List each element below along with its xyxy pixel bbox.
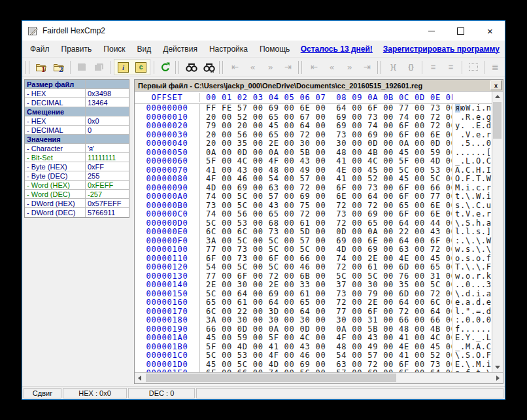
- hex-row-ascii[interactable]: O.F.T.W.: [452, 175, 492, 184]
- hex-row-ascii[interactable]: яюW.i.n.: [452, 104, 492, 113]
- hex-row-bytes[interactable]: 20 00 52 00 65 00 67 00 69 00 73 00 74 0…: [200, 113, 452, 122]
- hex-row-bytes[interactable]: 79 00 20 00 45 00 64 00 69 00 74 00 6F 0…: [200, 122, 452, 131]
- hex-row-ascii[interactable]: o.s.o.f.: [452, 254, 492, 264]
- scroll-left-button[interactable]: [135, 373, 144, 383]
- next-difference-icon: »: [268, 63, 273, 71]
- vertical-scroll-thumb[interactable]: [493, 102, 502, 139]
- hex-row-bytes[interactable]: 5C 00 64 00 69 00 61 00 73 00 79 00 6D 0…: [200, 290, 452, 299]
- hex-row-ascii[interactable]: M.i.c.r.: [452, 184, 492, 193]
- hex-row-bytes[interactable]: 4F 00 46 00 54 00 57 00 41 00 52 00 45 0…: [200, 175, 452, 184]
- hex-row-bytes[interactable]: 74 00 5C 00 57 00 69 00 6E 00 64 00 6F 0…: [200, 192, 452, 201]
- hex-row-bytes[interactable]: 4D 00 69 00 63 00 72 00 6F 00 73 00 6F 0…: [200, 184, 452, 193]
- hex-row-ascii[interactable]: \.d.i.a.: [452, 290, 492, 299]
- hex-row-ascii[interactable]: t.V.e.r.: [452, 210, 492, 219]
- menu-item-6[interactable]: Настройка: [203, 42, 254, 56]
- hex-row-ascii[interactable]: E.\.M.i.: [452, 360, 492, 370]
- hex-row-ascii[interactable]: w.o.r.k.: [452, 272, 492, 281]
- info-label: - Byte (HEX): [25, 162, 86, 171]
- open-file-2-button[interactable]: 2: [51, 60, 67, 75]
- maximize-button[interactable]: [446, 21, 475, 41]
- hex-row-bytes[interactable]: 3A 00 5C 00 5C 00 57 00 69 00 6E 00 64 0…: [200, 237, 452, 246]
- hex-row-bytes[interactable]: 5F 00 4C 00 4F 00 43 00 41 00 4C 00 5F 0…: [200, 157, 452, 166]
- hex-row-bytes[interactable]: 6F 00 73 00 6F 00 66 00 74 00 2E 00 4E 0…: [200, 254, 452, 264]
- hex-row-bytes[interactable]: 5F 00 4D 00 41 00 43 00 48 00 49 00 4E 0…: [200, 343, 452, 352]
- hex-row: 0000016065 00 61 00 64 00 65 00 72 00 2E…: [135, 298, 492, 307]
- hex-row-bytes[interactable]: 6C 00 22 00 3D 00 64 00 77 00 6F 00 72 0…: [200, 307, 452, 317]
- hex-row-bytes[interactable]: 20 00 35 00 2E 00 30 00 30 00 0D 00 0A 0…: [200, 139, 452, 149]
- hex-row: 000001803A 00 30 00 30 00 30 00 30 00 31…: [135, 316, 492, 325]
- hex-row: 000000D05C 00 53 00 68 00 61 00 72 00 65…: [135, 219, 492, 228]
- close-button[interactable]: ×: [475, 21, 505, 41]
- hex-row-ascii[interactable]: f.......: [452, 325, 492, 334]
- hex-row-ascii[interactable]: .R.e.g.: [452, 113, 492, 122]
- find-button[interactable]: [183, 60, 199, 75]
- hex-row-bytes[interactable]: 77 00 6F 00 72 00 6B 00 5C 00 5C 00 76 0…: [200, 272, 452, 281]
- hex-row-bytes[interactable]: 3A 00 30 00 30 00 30 00 30 00 31 00 66 0…: [200, 316, 452, 325]
- hex-row-bytes[interactable]: 45 00 5C 00 4D 00 69 00 63 00 72 00 6F 0…: [200, 360, 452, 370]
- hex-row-ascii[interactable]: s.\.C.u.: [452, 201, 492, 211]
- menu-item-4[interactable]: Вид: [131, 42, 158, 56]
- scroll-down-button[interactable]: [492, 362, 502, 372]
- vertical-scrollbar[interactable]: [492, 92, 503, 372]
- hex-row-bytes[interactable]: 2E 00 30 00 2E 00 33 00 37 00 30 00 35 0…: [200, 281, 452, 290]
- hex-row-ascii[interactable]: \.S.h.a.: [452, 219, 492, 228]
- scroll-up-button[interactable]: [492, 92, 502, 101]
- hex-row-bytes[interactable]: 6C 00 6C 00 73 00 5D 00 0D 00 0A 00 22 0…: [200, 228, 452, 237]
- hex-row-bytes[interactable]: 5C 00 53 00 68 00 61 00 72 00 65 00 64 0…: [200, 219, 452, 228]
- hex-row-bytes[interactable]: 54 00 5C 00 5C 00 46 00 72 00 61 00 6D 0…: [200, 263, 452, 272]
- hex-row-bytes[interactable]: 74 00 56 00 65 00 72 00 73 00 69 00 6F 0…: [200, 210, 452, 219]
- hex-row-bytes[interactable]: 20 00 56 00 65 00 72 00 73 00 69 00 6F 0…: [200, 131, 452, 140]
- sidebar-data-row: - DECIMAL0: [25, 126, 129, 135]
- hex-row-ascii[interactable]: .5...0.: [452, 139, 492, 149]
- hex-row: 000001D045 00 5C 00 4D 00 69 00 63 00 72…: [135, 360, 492, 370]
- hex-row-ascii[interactable]: y. .E.d.: [452, 122, 492, 131]
- info-label: - Bit-Set: [25, 153, 86, 162]
- hex-row-bytes[interactable]: 77 00 73 00 5C 00 5C 00 4D 00 69 00 63 0…: [200, 245, 452, 254]
- hex-row-ascii[interactable]: ......[.: [452, 149, 492, 158]
- info-label: - Byte (DEC): [25, 171, 86, 180]
- hex-row-ascii[interactable]: T.\.\.F.: [452, 263, 492, 272]
- hex-row-ascii[interactable]: t.\.W.i.: [452, 192, 492, 201]
- hex-row-bytes[interactable]: 65 00 61 00 64 00 65 00 72 00 2E 00 64 0…: [200, 298, 452, 307]
- hex-row-ascii[interactable]: ..0...3.: [452, 281, 492, 290]
- open-file-1-button[interactable]: 1: [33, 60, 50, 75]
- hex-row-ascii[interactable]: A.C.H.I.: [452, 166, 492, 175]
- scroll-right-button[interactable]: [493, 373, 503, 383]
- toolbar-grip: [175, 61, 179, 74]
- hex-row-bytes[interactable]: 5C 00 53 00 4F 00 46 00 54 00 57 00 41 0…: [200, 351, 452, 360]
- hex-row-ascii[interactable]: :.0.0.0.: [452, 316, 492, 325]
- menu-item-5[interactable]: Действия: [157, 42, 203, 56]
- refresh-button[interactable]: [157, 60, 173, 75]
- hex-row-ascii[interactable]: l.l.s.].: [452, 228, 492, 237]
- hex-row-ascii[interactable]: _.M.A.C.: [452, 343, 492, 352]
- hex-row-ascii[interactable]: :.\.\.W.: [452, 237, 492, 246]
- hex-row-ascii[interactable]: .V.e.r.: [452, 131, 492, 140]
- minimize-button[interactable]: [416, 21, 446, 41]
- hex-row-bytes[interactable]: 45 00 59 00 5F 00 4C 00 4F 00 43 00 41 0…: [200, 334, 452, 343]
- find-next-button[interactable]: [201, 60, 217, 75]
- show-info-toggle-button[interactable]: i: [115, 60, 131, 75]
- hex-row-ascii[interactable]: w.s.\.\.: [452, 245, 492, 254]
- hex-panel-close-button[interactable]: x: [490, 80, 502, 90]
- days-left-link[interactable]: Осталось 13 дней!: [301, 44, 373, 54]
- hex-row-bytes[interactable]: 73 00 5C 00 43 00 75 00 72 00 72 00 65 0…: [200, 201, 452, 211]
- hex-row-ascii[interactable]: l.".=.d.: [452, 307, 492, 317]
- hex-row-ascii[interactable]: \.S.O.F.: [452, 351, 492, 360]
- selected-byte[interactable]: я: [455, 104, 460, 113]
- show-compare-toggle-button[interactable]: c: [133, 60, 149, 75]
- hex-row-ascii[interactable]: e.a.d.e.: [452, 298, 492, 307]
- menu-item-1[interactable]: Файл: [24, 42, 56, 56]
- hex-row-offset: 00000080: [135, 175, 200, 184]
- hex-row-bytes[interactable]: 0A 00 0D 00 0A 00 5B 00 48 00 4B 00 45 0…: [200, 149, 452, 158]
- register-link[interactable]: Зарегистрировать программу: [383, 44, 500, 54]
- hex-row-bytes[interactable]: FF FE 57 00 69 00 6E 00 64 00 6F 00 77 0…: [200, 104, 452, 113]
- hex-row-ascii[interactable]: E.Y._.L.: [452, 334, 492, 343]
- horizontal-scroll-thumb[interactable]: [146, 374, 396, 382]
- menu-item-2[interactable]: Править: [56, 42, 98, 56]
- horizontal-scrollbar[interactable]: [135, 372, 503, 383]
- menu-item-3[interactable]: Поиск: [97, 42, 131, 56]
- menu-item-7[interactable]: Помощь: [254, 42, 296, 56]
- hex-row-bytes[interactable]: 66 00 0D 00 0A 00 0D 00 0A 00 5B 00 48 0…: [200, 325, 452, 334]
- hex-row-bytes[interactable]: 41 00 43 00 48 00 49 00 4E 00 45 00 5C 0…: [200, 166, 452, 175]
- hex-row-ascii[interactable]: _.L.O.C.: [452, 157, 492, 166]
